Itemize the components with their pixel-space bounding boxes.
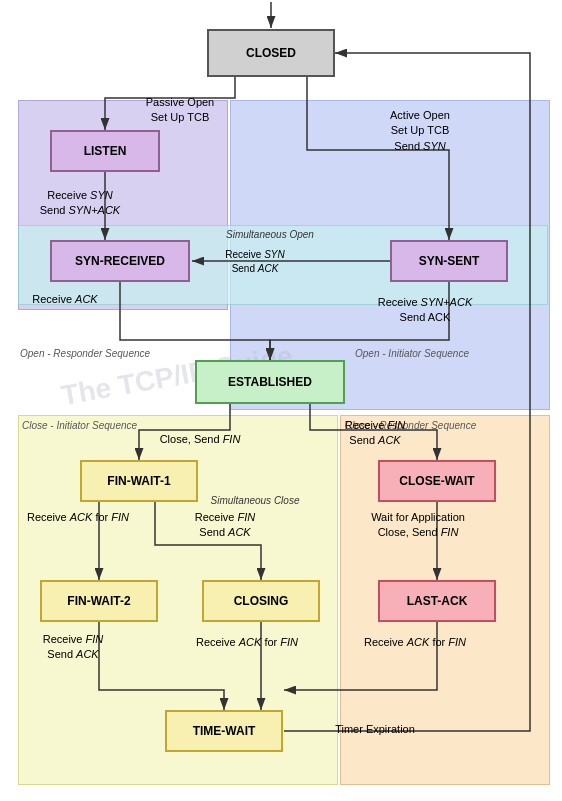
receive-fin-send-ack-bottom-label: Receive FINSend ACK xyxy=(18,632,128,663)
simultaneous-close-label: Simultaneous Close xyxy=(190,494,320,508)
passive-open-label: Passive OpenSet Up TCB xyxy=(120,95,240,126)
receive-ack-for-fin-left-label: Receive ACK for FIN xyxy=(18,510,138,525)
fin-wait-2-state: FIN-WAIT-2 xyxy=(40,580,158,622)
syn-received-state: SYN-RECEIVED xyxy=(50,240,190,282)
receive-synack-label: Receive SYN+ACKSend ACK xyxy=(355,295,495,326)
close-send-fin-label: Close, Send FIN xyxy=(145,432,255,447)
tcp-state-diagram: The TCP/IP Guide xyxy=(0,0,562,801)
closed-state: CLOSED xyxy=(207,29,335,77)
receive-fin-send-ack-top-label: Receive FINSend ACK xyxy=(315,418,435,449)
listen-state: LISTEN xyxy=(50,130,160,172)
simultaneous-open-label: Simultaneous Open xyxy=(200,228,340,242)
syn-sent-state: SYN-SENT xyxy=(390,240,508,282)
time-wait-state: TIME-WAIT xyxy=(165,710,283,752)
receive-syn-label: Receive SYNSend SYN+ACK xyxy=(15,188,145,219)
receive-fin-send-ack-mid-label: Receive FINSend ACK xyxy=(170,510,280,541)
close-initiator-label: Close - Initiator Sequence xyxy=(22,420,197,431)
open-responder-label: Open - Responder Sequence xyxy=(20,348,180,359)
receive-syn-send-ack-mid-label: Receive SYNSend ACK xyxy=(195,248,315,276)
closing-state: CLOSING xyxy=(202,580,320,622)
fin-wait-1-state: FIN-WAIT-1 xyxy=(80,460,198,502)
open-initiator-label: Open - Initiator Sequence xyxy=(355,348,515,359)
active-open-label: Active OpenSet Up TCBSend SYN xyxy=(355,108,485,154)
close-wait-state: CLOSE-WAIT xyxy=(378,460,496,502)
timer-expiration-label: Timer Expiration xyxy=(310,722,440,737)
receive-ack-label: Receive ACK xyxy=(15,292,115,307)
receive-ack-for-fin-right-label: Receive ACK for FIN xyxy=(350,635,480,650)
wait-app-close-label: Wait for ApplicationClose, Send FIN xyxy=(348,510,488,541)
last-ack-state: LAST-ACK xyxy=(378,580,496,622)
receive-ack-for-fin-mid-label: Receive ACK for FIN xyxy=(182,635,312,650)
established-state: ESTABLISHED xyxy=(195,360,345,404)
